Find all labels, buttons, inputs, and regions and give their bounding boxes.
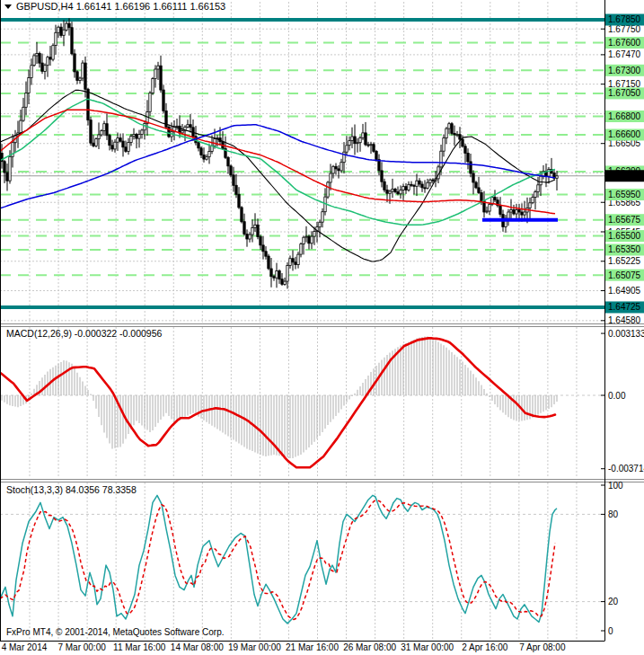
macd-scale-label: -0.003714 [608,464,644,474]
candle [354,137,356,144]
candle [144,123,146,129]
candle [260,236,261,245]
candle [254,225,256,227]
candle [518,209,520,212]
candle [138,135,140,139]
time-label: 26 Mar 08:00 [343,642,396,652]
candle [98,135,100,139]
candle [529,203,531,208]
candle [111,146,113,149]
time-label: 7 Mar 00:00 [57,642,106,652]
candle [163,90,164,111]
candle [365,133,366,145]
stoch-scale-label: 80 [608,509,619,519]
candle [278,271,280,279]
candle [305,236,307,237]
time-label: 4 Mar 2014 [2,642,48,652]
candle [190,125,191,128]
time-label: 7 Apr 08:00 [519,642,566,652]
candle [521,212,523,215]
candle [273,277,275,279]
candle [384,181,385,190]
candle [90,120,92,144]
macd-indicator-label: MACD(12,26,9) -0.000322 -0.000956 [6,328,163,339]
time-label: 14 Mar 08:00 [171,642,224,652]
candle [467,154,469,163]
candle [257,225,259,236]
candle [370,145,372,146]
candle [119,138,121,142]
sr-price-badge: 1.65950 [608,190,641,199]
candle [330,173,331,182]
candle [378,160,380,171]
candle [76,72,78,81]
candle [63,30,65,35]
candle [297,254,299,265]
candle [79,78,81,81]
candle [4,162,5,173]
candle [456,135,458,136]
candle [292,259,294,262]
candle [424,188,426,189]
candle [44,66,46,72]
stoch-scale-label: 20 [608,597,619,606]
candle [489,204,490,211]
candle [381,171,383,181]
candle [106,124,108,136]
candle [322,212,323,223]
candle [141,130,143,135]
candle [66,23,67,30]
price-scale-label: 1.64905 [608,286,641,296]
sr-price-badge: 1.66800 [608,111,641,121]
candle [47,58,49,66]
candle [128,142,129,151]
sr-price-badge: 1.65075 [608,270,641,280]
sr-price-badge: 1.65350 [608,244,641,254]
candle [513,209,515,214]
candle [303,237,304,243]
price-scale-label: 1.67470 [608,49,641,59]
candle [510,209,512,212]
copyright-label: FxPro MT4, © 2001-2014, MetaQuotes Softw… [6,627,224,637]
ohlc-header: GBPUSD,H4 1.66141 1.66196 1.66111 1.6615… [4,1,225,12]
candle [394,189,396,191]
sr-price-badge: 1.65675 [608,215,641,225]
candle [114,142,116,149]
sr-price-badge: 1.67300 [608,66,641,75]
candle [133,135,135,137]
candle [25,93,27,107]
candle [203,155,205,160]
candle [198,143,199,148]
candle [233,175,234,186]
candle [109,136,110,146]
candle [534,192,536,198]
candle [235,185,237,194]
candle [389,191,391,193]
candle [149,93,151,112]
candle [289,259,291,266]
candle [340,163,342,171]
candle [179,126,181,133]
candle [230,166,232,175]
candle [446,128,447,138]
candle [335,166,337,169]
candle [357,143,358,144]
candle [400,190,401,193]
candle [475,182,477,188]
candle [9,156,11,181]
candle [432,180,434,181]
chart-window: 1.677501.674701.671501.665051.658651.655… [0,0,644,655]
candle [481,193,482,201]
candle [284,281,286,284]
candle [386,190,388,193]
candle [448,124,450,128]
candle [152,79,154,93]
candle [33,56,35,66]
candle [540,176,542,185]
candle [276,271,278,279]
time-label: 2 Apr 16:00 [462,642,508,652]
price-scale-label: 1.65225 [608,256,641,266]
candle [71,28,73,54]
time-label: 21 Mar 16:00 [286,642,339,652]
candle [313,232,315,237]
